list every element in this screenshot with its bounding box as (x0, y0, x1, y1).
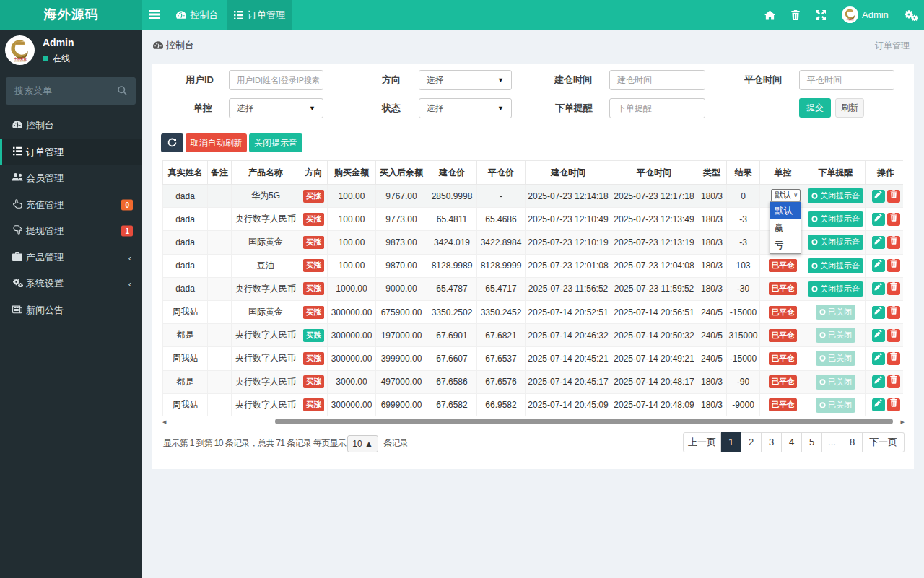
svg-text:GOLD GROUP: GOLD GROUP (14, 60, 27, 63)
svg-text:中国黄金: 中国黄金 (847, 18, 854, 21)
svg-text:中国黄金: 中国黄金 (14, 57, 27, 61)
